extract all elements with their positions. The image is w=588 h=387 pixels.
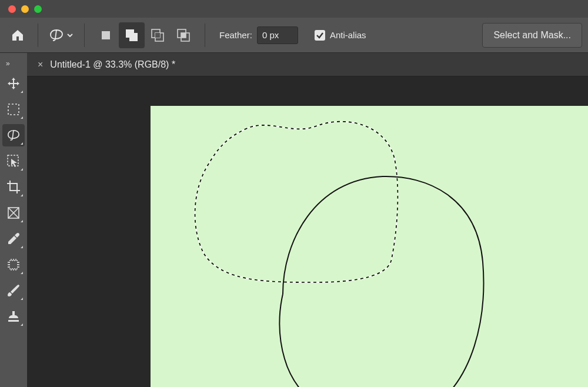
- brush-tool[interactable]: [2, 279, 25, 302]
- flyout-indicator-icon: [21, 168, 23, 171]
- flyout-indicator-icon: [21, 298, 23, 300]
- document-area: × Untitled-1 @ 33.3% (RGB/8) *: [27, 53, 588, 387]
- flyout-indicator-icon: [21, 246, 23, 248]
- svg-rect-3: [152, 29, 160, 38]
- anti-alias-checkbox[interactable]: [315, 30, 325, 41]
- flyout-indicator-icon: [21, 142, 23, 145]
- canvas[interactable]: [151, 106, 588, 387]
- svg-rect-5: [155, 33, 160, 38]
- svg-rect-0: [102, 31, 110, 39]
- new-selection-button[interactable]: [93, 22, 119, 48]
- maximize-window-button[interactable]: [34, 5, 42, 13]
- object-selection-icon: [6, 154, 21, 168]
- subtract-from-selection-button[interactable]: [145, 22, 171, 48]
- add-to-selection-icon: [125, 28, 139, 42]
- divider: [84, 24, 85, 47]
- intersect-with-selection-icon: [176, 28, 191, 42]
- svg-rect-2: [129, 33, 138, 41]
- anti-alias-control[interactable]: Anti-alias: [315, 30, 366, 41]
- crop-tool[interactable]: [2, 176, 25, 198]
- add-to-selection-button[interactable]: [119, 22, 145, 48]
- feather-control: Feather:: [219, 26, 298, 44]
- selection-mode-group: [93, 22, 196, 48]
- frame-icon: [7, 206, 20, 219]
- brush-icon: [6, 283, 21, 298]
- svg-rect-10: [8, 155, 18, 166]
- svg-rect-4: [155, 33, 163, 41]
- svg-rect-6: [178, 29, 186, 38]
- flyout-indicator-icon: [21, 220, 23, 222]
- move-icon: [6, 76, 21, 91]
- move-tool[interactable]: [2, 72, 25, 95]
- svg-rect-1: [126, 29, 134, 38]
- document-tab[interactable]: × Untitled-1 @ 33.3% (RGB/8) *: [27, 53, 186, 76]
- eyedropper-tool[interactable]: [2, 228, 25, 250]
- current-tool-indicator[interactable]: [46, 28, 76, 42]
- home-button[interactable]: [6, 24, 29, 47]
- feather-label: Feather:: [219, 30, 252, 40]
- window-titlebar: [0, 0, 588, 18]
- flyout-indicator-icon: [21, 116, 23, 119]
- feather-input[interactable]: [257, 26, 298, 44]
- expand-icon: »: [6, 59, 10, 68]
- svg-rect-11: [8, 208, 19, 218]
- toolbox-panel: »: [0, 53, 27, 387]
- svg-rect-9: [8, 104, 19, 115]
- select-and-mask-label: Select and Mask...: [493, 30, 571, 41]
- document-tab-bar: × Untitled-1 @ 33.3% (RGB/8) *: [27, 53, 588, 76]
- chevron-down-icon: [66, 32, 74, 39]
- flyout-indicator-icon: [21, 91, 23, 93]
- anti-alias-label: Anti-alias: [330, 30, 366, 40]
- svg-rect-7: [181, 33, 189, 41]
- close-tab-button[interactable]: ×: [38, 59, 43, 70]
- close-window-button[interactable]: [8, 5, 16, 13]
- lasso-icon: [6, 129, 21, 142]
- options-bar: Feather: Anti-alias Select and Mask...: [0, 18, 588, 53]
- document-tab-title: Untitled-1 @ 33.3% (RGB/8) *: [50, 59, 175, 70]
- rectangular-marquee-tool[interactable]: [2, 98, 25, 121]
- canvas-viewport[interactable]: [27, 76, 588, 387]
- intersect-with-selection-button[interactable]: [171, 22, 196, 48]
- chip-tool[interactable]: [2, 253, 25, 276]
- flyout-indicator-icon: [21, 272, 23, 274]
- divider: [205, 24, 205, 47]
- work-area: »: [0, 53, 588, 387]
- crop-icon: [6, 180, 21, 194]
- chip-icon: [6, 258, 21, 272]
- flyout-indicator-icon: [21, 194, 23, 196]
- svg-rect-8: [181, 33, 186, 38]
- home-icon: [11, 29, 25, 42]
- frame-tool[interactable]: [2, 202, 25, 224]
- divider: [38, 24, 38, 47]
- flyout-indicator-icon: [21, 323, 23, 326]
- expand-panels-button[interactable]: »: [0, 56, 27, 71]
- new-selection-icon: [100, 29, 112, 41]
- object-selection-tool[interactable]: [2, 150, 25, 172]
- subtract-from-selection-icon: [151, 28, 165, 42]
- stamp-icon: [6, 309, 21, 323]
- lasso-tool[interactable]: [2, 124, 25, 146]
- marquee-icon: [7, 103, 20, 116]
- lasso-icon: [49, 28, 64, 42]
- eyedropper-icon: [7, 232, 20, 245]
- select-and-mask-button[interactable]: Select and Mask...: [482, 23, 582, 48]
- minimize-window-button[interactable]: [21, 5, 29, 13]
- clone-stamp-tool[interactable]: [2, 305, 25, 328]
- checkmark-icon: [316, 31, 324, 39]
- svg-rect-12: [9, 261, 18, 269]
